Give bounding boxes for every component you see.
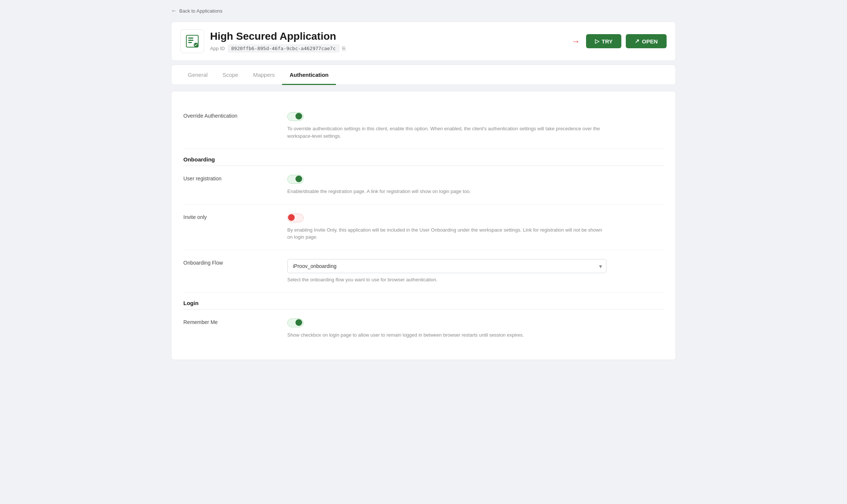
toggle-thumb: [295, 319, 302, 326]
toggle-thumb: [295, 176, 302, 182]
remember-me-desc: Show checkbox on login page to allow use…: [287, 331, 606, 339]
onboarding-flow-control: iProov_onboarding Default_onboarding Cus…: [287, 259, 664, 284]
app-header: High Secured Application App ID 8920ffb6…: [171, 22, 676, 61]
onboarding-flow-desc: Select the onboarding flow you want to u…: [287, 276, 606, 284]
onboarding-flow-label: Onboarding Flow: [183, 259, 287, 266]
onboarding-heading: Onboarding: [183, 149, 664, 166]
back-to-applications-link[interactable]: ← Back to Applications: [171, 7, 676, 14]
login-heading: Login: [183, 292, 664, 310]
back-link-label: Back to Applications: [179, 8, 222, 14]
copy-icon[interactable]: ⎘: [342, 45, 346, 52]
invite-only-control: By enabling Invite Only, this applicatio…: [287, 213, 664, 241]
try-button[interactable]: ▷ TRY: [586, 34, 621, 48]
svg-rect-3: [188, 42, 192, 43]
override-authentication-row: Override Authentication To override auth…: [183, 103, 664, 149]
app-id-value: 8920ffb6-895d-46fa-9cbc-a462977cae7c: [228, 45, 339, 52]
header-actions: → ▷ TRY ↗ OPEN: [571, 34, 667, 48]
remember-me-toggle[interactable]: [287, 318, 304, 327]
remember-me-control: Show checkbox on login page to allow use…: [287, 318, 664, 339]
user-registration-desc: Enable/disable the registration page. A …: [287, 188, 606, 195]
app-info: High Secured Application App ID 8920ffb6…: [210, 30, 346, 52]
try-arrow-icon: →: [571, 36, 580, 46]
remember-me-label: Remember Me: [183, 318, 287, 325]
app-id-row: App ID 8920ffb6-895d-46fa-9cbc-a462977ca…: [210, 45, 346, 52]
content-card: Override Authentication To override auth…: [171, 91, 676, 360]
invite-only-row: Invite only By enabling Invite Only, thi…: [183, 204, 664, 250]
override-auth-label: Override Authentication: [183, 112, 287, 119]
open-external-icon: ↗: [635, 38, 640, 45]
onboarding-flow-select-wrapper: iProov_onboarding Default_onboarding Cus…: [287, 259, 606, 273]
onboarding-flow-select[interactable]: iProov_onboarding Default_onboarding Cus…: [287, 259, 606, 273]
invite-only-label: Invite only: [183, 213, 287, 220]
onboarding-flow-row: Onboarding Flow iProov_onboarding Defaul…: [183, 250, 664, 293]
tab-scope[interactable]: Scope: [215, 65, 246, 85]
tab-mappers[interactable]: Mappers: [246, 65, 282, 85]
svg-rect-2: [188, 40, 193, 41]
svg-rect-1: [188, 37, 193, 39]
toggle-thumb: [295, 113, 302, 120]
override-auth-control: To override authentication settings in t…: [287, 112, 664, 140]
user-registration-control: Enable/disable the registration page. A …: [287, 175, 664, 195]
app-header-left: High Secured Application App ID 8920ffb6…: [180, 29, 346, 53]
invite-only-toggle[interactable]: [287, 213, 304, 222]
remember-me-row: Remember Me Show checkbox on login page …: [183, 310, 664, 348]
override-auth-toggle[interactable]: [287, 112, 304, 121]
try-play-icon: ▷: [595, 38, 599, 45]
open-button[interactable]: ↗ OPEN: [626, 34, 667, 48]
user-registration-row: User registration Enable/disable the reg…: [183, 166, 664, 204]
invite-only-desc: By enabling Invite Only, this applicatio…: [287, 226, 606, 241]
user-registration-label: User registration: [183, 175, 287, 181]
app-id-label: App ID: [210, 46, 225, 51]
app-icon: [180, 29, 204, 53]
tab-authentication[interactable]: Authentication: [282, 65, 336, 85]
tabs-bar: General Scope Mappers Authentication: [171, 65, 676, 85]
tab-general[interactable]: General: [180, 65, 215, 85]
toggle-thumb: [288, 214, 295, 221]
back-arrow-icon: ←: [171, 7, 177, 14]
override-auth-desc: To override authentication settings in t…: [287, 125, 606, 140]
user-registration-toggle[interactable]: [287, 175, 304, 184]
app-title: High Secured Application: [210, 30, 346, 42]
